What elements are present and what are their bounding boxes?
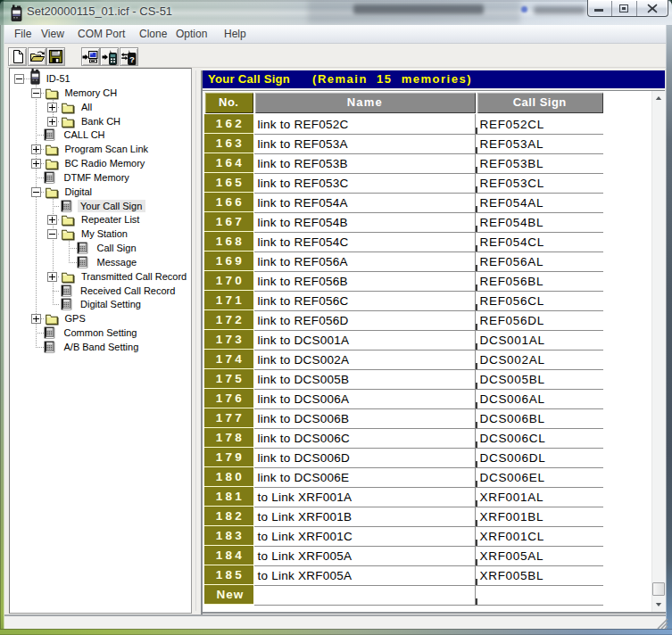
svg-text:?: ? <box>129 54 135 64</box>
